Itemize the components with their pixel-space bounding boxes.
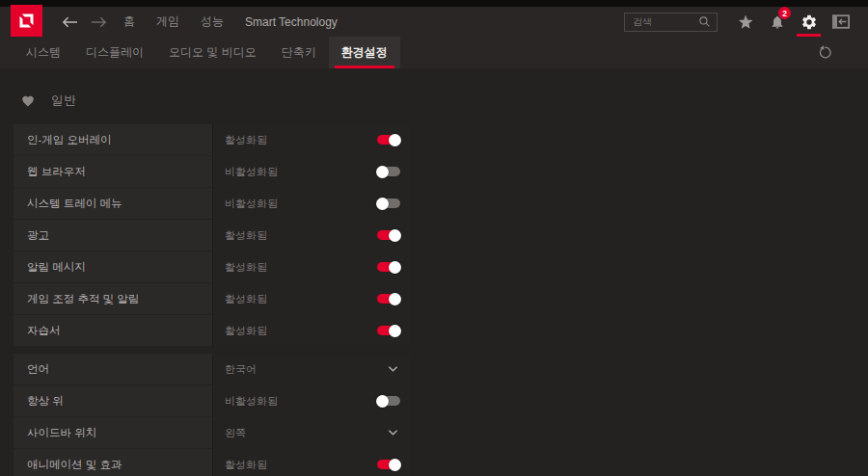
setting-label: 항상 위 [27, 394, 64, 409]
settings-row: 알림 메시지활성화됨 [14, 251, 410, 282]
setting-label: 게임 조정 추적 및 알림 [27, 292, 139, 306]
setting-label-cell: 게임 조정 추적 및 알림 [14, 283, 213, 314]
settings-row: 사이드바 위치왼쪽 [14, 417, 410, 448]
settings-groups: 인-게임 오버레이활성화됨웹 브라우저비활성화됨시스템 트레이 메뉴비활성화됨광… [14, 124, 410, 476]
setting-label-cell: 애니메이션 및 효과 [14, 449, 213, 476]
settings-row: 인-게임 오버레이활성화됨 [14, 124, 410, 155]
nav-item-2[interactable]: 성능 [190, 7, 234, 37]
tab-2[interactable]: 오디오 및 비디오 [156, 37, 269, 68]
nav-item-1[interactable]: 게임 [146, 7, 190, 37]
toggle-switch[interactable] [377, 396, 400, 406]
tab-1[interactable]: 디스플레이 [73, 37, 156, 68]
titlebar-strip [0, 0, 868, 7]
setting-label-cell: 웹 브라우저 [14, 156, 213, 187]
toggle-knob [389, 134, 401, 146]
toggle-switch[interactable] [377, 135, 400, 145]
settings-row: 웹 브라우저비활성화됨 [14, 156, 410, 187]
back-arrow-icon[interactable] [55, 7, 84, 37]
setting-label-cell: 인-게임 오버레이 [14, 124, 213, 155]
heart-icon [21, 94, 35, 107]
setting-label: 애니메이션 및 효과 [27, 458, 122, 472]
setting-status: 비활성화됨 [225, 394, 278, 409]
chevron-down-icon[interactable] [388, 429, 400, 436]
setting-label-cell: 시스템 트레이 메뉴 [14, 188, 213, 219]
section-header: 일반 [21, 93, 868, 107]
navbar-right-cluster: 2 [624, 7, 868, 37]
search-input[interactable] [625, 16, 698, 27]
setting-label: 사이드바 위치 [27, 426, 96, 440]
setting-status: 활성화됨 [225, 228, 267, 243]
section-title: 일반 [51, 93, 77, 109]
tab-3[interactable]: 단축키 [269, 37, 329, 68]
settings-row: 자습서활성화됨 [14, 315, 410, 346]
toggle-knob [389, 459, 401, 471]
top-navbar: 홈게임성능Smart Technology 2 [0, 7, 868, 37]
toggle-knob [389, 325, 401, 337]
star-icon[interactable] [729, 7, 761, 37]
setting-label-cell: 사이드바 위치 [14, 417, 213, 448]
settings-row: 시스템 트레이 메뉴비활성화됨 [14, 188, 410, 219]
setting-label-cell: 알림 메시지 [14, 251, 213, 282]
tab-4[interactable]: 환경설정 [329, 37, 400, 68]
setting-status: 활성화됨 [225, 292, 267, 306]
nav-menu: 홈게임성능Smart Technology [113, 7, 348, 37]
setting-status: 활성화됨 [225, 133, 267, 147]
settings-row: 광고활성화됨 [14, 220, 410, 251]
toggle-switch[interactable] [377, 198, 400, 208]
toggle-knob [376, 395, 389, 408]
tabs-container: 시스템디스플레이오디오 및 비디오단축키환경설정 [14, 37, 400, 68]
nav-item-0[interactable]: 홈 [113, 7, 146, 37]
toggle-switch[interactable] [377, 262, 400, 272]
bell-icon[interactable]: 2 [761, 7, 793, 37]
toggle-knob [376, 166, 389, 178]
setting-value-cell: 활성화됨 [213, 251, 410, 282]
toggle-switch[interactable] [377, 294, 400, 304]
toggle-knob [376, 198, 389, 210]
setting-label: 자습서 [27, 324, 61, 338]
setting-label: 언어 [27, 362, 49, 377]
setting-status: 한국어 [225, 362, 257, 377]
settings-tabbar: 시스템디스플레이오디오 및 비디오단축키환경설정 [0, 37, 868, 68]
setting-value-cell: 비활성화됨 [213, 156, 410, 187]
setting-value-cell: 왼쪽 [213, 417, 410, 448]
setting-status: 활성화됨 [225, 458, 267, 472]
settings-row: 게임 조정 추적 및 알림활성화됨 [14, 283, 410, 314]
preferences-content: 일반 인-게임 오버레이활성화됨웹 브라우저비활성화됨시스템 트레이 메뉴비활성… [0, 68, 868, 476]
settings-row: 언어한국어 [14, 354, 410, 384]
setting-value-cell: 비활성화됨 [213, 385, 410, 416]
chevron-down-icon[interactable] [388, 365, 400, 373]
setting-status: 활성화됨 [225, 260, 267, 275]
amd-logo[interactable] [11, 5, 42, 37]
setting-label: 시스템 트레이 메뉴 [27, 197, 122, 211]
setting-label: 광고 [27, 228, 49, 243]
setting-status: 비활성화됨 [225, 165, 278, 179]
toggle-switch[interactable] [377, 326, 400, 335]
gear-icon[interactable] [793, 7, 825, 37]
forward-arrow-icon[interactable] [84, 7, 113, 37]
notification-badge: 2 [778, 7, 791, 19]
toggle-switch[interactable] [377, 167, 400, 176]
setting-label: 인-게임 오버레이 [27, 133, 112, 147]
undo-icon[interactable] [817, 44, 833, 61]
settings-row: 애니메이션 및 효과활성화됨 [14, 449, 410, 476]
toggle-switch[interactable] [377, 460, 400, 469]
setting-label-cell: 항상 위 [14, 385, 213, 416]
setting-value-cell: 활성화됨 [213, 220, 410, 251]
search-icon[interactable] [698, 15, 717, 28]
nav-item-3[interactable]: Smart Technology [234, 7, 348, 37]
setting-status: 비활성화됨 [225, 197, 278, 211]
toggle-knob [389, 293, 401, 305]
setting-value-cell: 활성화됨 [213, 124, 410, 155]
settings-group-0: 인-게임 오버레이활성화됨웹 브라우저비활성화됨시스템 트레이 메뉴비활성화됨광… [14, 124, 410, 346]
settings-row: 항상 위비활성화됨 [14, 385, 410, 416]
amd-arrow-mark [16, 11, 37, 31]
setting-label-cell: 언어 [14, 354, 213, 384]
toggle-switch[interactable] [377, 230, 400, 240]
setting-status: 활성화됨 [225, 324, 267, 338]
setting-value-cell: 활성화됨 [213, 283, 410, 314]
pin-sidebar-icon[interactable] [825, 7, 856, 37]
setting-label: 알림 메시지 [27, 260, 86, 275]
setting-value-cell: 활성화됨 [213, 315, 410, 346]
tab-0[interactable]: 시스템 [14, 37, 73, 68]
setting-value-cell: 한국어 [213, 354, 410, 384]
